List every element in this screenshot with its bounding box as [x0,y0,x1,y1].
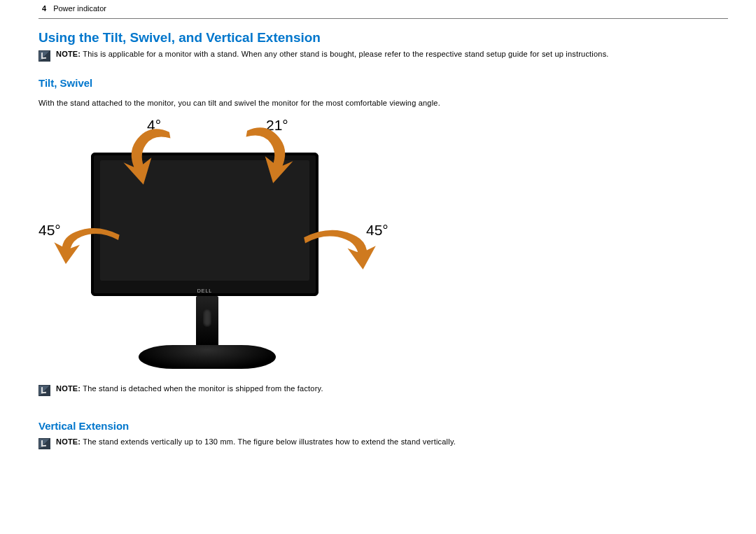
monitor-body: DELL [91,153,318,296]
list-number: 4 [42,4,46,13]
note-text: NOTE: The stand is detached when the mon… [56,384,323,393]
note-block: NOTE: The stand is detached when the mon… [38,384,728,396]
heading-tilt-swivel: Tilt, Swivel [38,77,728,89]
note-body: The stand extends vertically up to 130 m… [83,437,456,446]
note-text: NOTE: This is applicable for a monitor w… [56,50,609,58]
note-text: NOTE: The stand extends vertically up to… [56,437,456,446]
angle-swivel-right: 45° [366,222,388,239]
note-label: NOTE: [56,50,80,58]
listing-row: 4 Power indicator [38,0,728,18]
paragraph-tilt: With the stand attached to the monitor, … [38,99,728,107]
list-label: Power indicator [53,4,106,13]
divider [38,18,728,19]
angle-tilt-back: 21° [266,117,288,134]
note-icon [38,438,50,449]
note-icon [38,385,50,396]
monitor-stand-neck [196,296,218,346]
monitor-stand-base [139,345,276,369]
monitor-brand: DELL [197,288,213,293]
note-body: This is applicable for a monitor with a … [83,50,608,58]
heading-vertical-extension: Vertical Extension [38,420,728,432]
note-label: NOTE: [56,437,80,446]
note-block: NOTE: The stand extends vertically up to… [38,437,728,449]
note-block: NOTE: This is applicable for a monitor w… [38,50,728,62]
note-label: NOTE: [56,384,80,393]
heading-main: Using the Tilt, Swivel, and Vertical Ext… [38,30,728,45]
monitor-screen [100,160,309,281]
angle-swivel-left: 45° [38,222,61,239]
angle-tilt-forward: 4° [147,117,161,134]
note-body: The stand is detached when the monitor i… [83,384,323,393]
tilt-swivel-diagram: 4° 21° 45° 45° DELL [38,114,396,380]
note-icon [38,50,50,62]
